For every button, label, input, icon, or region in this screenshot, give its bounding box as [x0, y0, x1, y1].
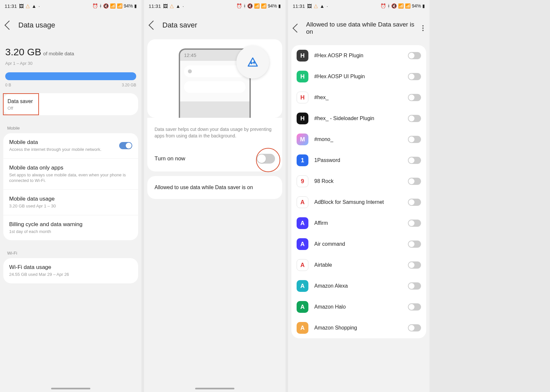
app-row[interactable]: H#Hex AOSP R Plugin [291, 45, 426, 66]
data-saver-state: Off [8, 106, 34, 111]
nav-pill[interactable] [51, 388, 90, 389]
app-toggle[interactable] [408, 261, 421, 269]
app-row[interactable]: H#hex_ - Sideloader Plugin [291, 108, 426, 129]
nav-pill[interactable] [195, 388, 234, 389]
page-title: Data usage [18, 21, 55, 29]
app-name: Amazon Alexa [314, 283, 402, 289]
alarm-icon: ⏰ [236, 3, 242, 9]
signal-icon: 📶 [261, 3, 266, 9]
app-name: Airtable [314, 262, 402, 268]
gallery-icon: 🖼 [19, 3, 24, 9]
app-toggle[interactable] [408, 73, 421, 80]
app-toggle[interactable] [408, 136, 421, 143]
drive-icon: △ [314, 3, 318, 9]
app-toggle[interactable] [408, 241, 421, 248]
app-toggle[interactable] [408, 199, 421, 206]
app-icon: 1 [297, 154, 308, 166]
gallery-icon: 🖼 [307, 3, 312, 9]
mobile-card: Mobile data Access the internet through … [3, 133, 138, 240]
gallery-icon: 🖼 [163, 3, 168, 9]
drive-icon: △ [170, 3, 174, 9]
app-name: 1Password [314, 157, 402, 163]
app-row[interactable]: AAdBlock for Samsung Internet [291, 192, 426, 213]
more-icon[interactable] [422, 25, 424, 31]
app-row[interactable]: H#hex_ [291, 87, 426, 108]
app-row[interactable]: AAffirm [291, 213, 426, 234]
app-row[interactable]: AAmazon Halo [291, 296, 426, 317]
back-icon[interactable] [149, 21, 158, 30]
battery-pct: 94% [412, 3, 421, 9]
data-saver-highlight: Data saver Off [3, 93, 39, 115]
screen-allowed-apps: 11:31 🖼 △ ▲ · ⏰ ᚼ 🔇 📶 📶 94% ▮ Allowed to… [288, 0, 430, 392]
back-icon[interactable] [5, 21, 14, 30]
app-name: #Hex AOSP UI Plugin [314, 74, 402, 80]
app-icon: A [297, 238, 308, 250]
app-row[interactable]: AAirtable [291, 255, 426, 276]
app-icon: H [297, 50, 308, 62]
app-icon: A [297, 301, 308, 313]
app-icon: H [297, 71, 308, 82]
wifi-icon: 📶 [110, 3, 116, 9]
status-bar: 11:31 🖼 △ ▲ · ⏰ ᚼ 🔇 📶 📶 94% ▮ [144, 0, 285, 12]
app-toggle[interactable] [408, 178, 421, 185]
app-row[interactable]: AAir command [291, 234, 426, 255]
nav-icon: ▲ [320, 3, 325, 9]
app-row[interactable]: H#Hex AOSP UI Plugin [291, 66, 426, 87]
data-saver-card[interactable]: Data saver Off [3, 93, 138, 115]
app-toggle[interactable] [408, 94, 421, 101]
nav-icon: ▲ [176, 3, 181, 9]
wifi-icon: 📶 [398, 3, 404, 9]
app-toggle[interactable] [408, 115, 421, 122]
app-toggle[interactable] [408, 324, 421, 331]
data-saver-icon-circle [236, 46, 269, 79]
app-row[interactable]: AAmazon Shopping [291, 317, 426, 338]
mobile-data-row[interactable]: Mobile data Access the internet through … [3, 133, 138, 159]
data-saver-icon [247, 57, 258, 67]
status-time: 11:31 [149, 3, 161, 9]
signal-icon: 📶 [117, 3, 122, 9]
drive-icon: △ [26, 3, 30, 9]
app-name: Affirm [314, 220, 402, 226]
app-name: Amazon Shopping [314, 325, 402, 331]
wifi-usage-row[interactable]: Wi-Fi data usage 24.55 GB used Mar 29 – … [3, 258, 138, 283]
app-name: #mono_ [314, 136, 402, 142]
app-toggle[interactable] [408, 303, 421, 311]
mobile-data-usage-row[interactable]: Mobile data usage 3.20 GB used Apr 1 – 3… [3, 190, 138, 215]
usage-amount: 3.20 GB [5, 46, 41, 58]
app-toggle[interactable] [408, 220, 421, 227]
app-name: AdBlock for Samsung Internet [314, 199, 402, 205]
wifi-card: Wi-Fi data usage 24.55 GB used Mar 29 – … [3, 258, 138, 283]
mock-time: 12:45 [184, 52, 196, 58]
screen-data-saver: 11:31 🖼 △ ▲ · ⏰ ᚼ 🔇 📶 📶 94% ▮ Data saver… [144, 0, 285, 392]
app-name: 98 Rock [314, 178, 402, 184]
app-name: #hex_ [314, 95, 402, 100]
mute-icon: 🔇 [391, 3, 397, 9]
billing-cycle-row[interactable]: Billing cycle and data warning 1st day o… [3, 215, 138, 241]
mobile-only-apps-row[interactable]: Mobile data only apps Set apps to always… [3, 159, 138, 190]
app-icon: 9 [297, 175, 308, 187]
bar-max: 3.20 GB [122, 83, 136, 87]
app-icon: A [297, 322, 308, 334]
app-row[interactable]: M#mono_ [291, 129, 426, 150]
allowed-apps-row[interactable]: Allowed to use data while Data saver is … [147, 176, 282, 199]
app-row[interactable]: 998 Rock [291, 171, 426, 192]
app-toggle[interactable] [408, 52, 421, 59]
status-time: 11:31 [293, 3, 305, 9]
app-toggle[interactable] [408, 282, 421, 290]
alarm-icon: ⏰ [92, 3, 98, 9]
app-row[interactable]: AAmazon Alexa [291, 276, 426, 296]
app-name: #Hex AOSP R Plugin [314, 53, 402, 59]
back-icon[interactable] [293, 24, 302, 33]
app-toggle[interactable] [408, 157, 421, 164]
mute-icon: 🔇 [247, 3, 253, 9]
toggle-highlight [256, 148, 280, 172]
nav-icon: ▲ [32, 3, 37, 9]
mobile-data-toggle[interactable] [119, 142, 132, 149]
turn-on-row[interactable]: Turn on now [147, 146, 282, 171]
section-wifi: Wi-Fi [0, 245, 141, 258]
app-row[interactable]: 11Password [291, 150, 426, 171]
signal-icon: 📶 [405, 3, 411, 9]
battery-pct: 94% [268, 3, 277, 9]
bluetooth-icon: ᚼ [99, 3, 102, 9]
app-icon: H [297, 113, 308, 124]
